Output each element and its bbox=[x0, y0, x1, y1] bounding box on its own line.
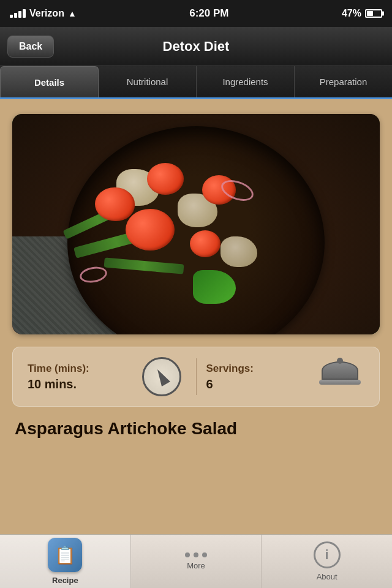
tab-more[interactable]: More bbox=[131, 535, 262, 588]
tab-preparation[interactable]: Preparation bbox=[295, 66, 392, 97]
tab-nutritional[interactable]: Nutritional bbox=[99, 66, 197, 97]
status-right: 47% bbox=[342, 8, 382, 19]
servings-value: 6 bbox=[206, 377, 316, 391]
about-icon: i bbox=[314, 541, 341, 568]
more-dots-icon bbox=[185, 552, 207, 557]
recipe-image bbox=[12, 114, 380, 334]
compass-icon-container bbox=[137, 357, 186, 396]
servings-label: Servings: bbox=[206, 363, 316, 375]
status-left: Verizon ▲ bbox=[10, 8, 77, 19]
back-button[interactable]: Back bbox=[7, 36, 54, 58]
time-cell: Time (mins): 10 mins. bbox=[28, 363, 137, 391]
cloche-dome-icon bbox=[322, 361, 358, 380]
recipe-image-container bbox=[12, 114, 380, 334]
nav-title: Detox Diet bbox=[163, 39, 230, 55]
compass-icon bbox=[142, 357, 181, 396]
cloche-handle-icon bbox=[337, 358, 343, 364]
info-row: Time (mins): 10 mins. Servings: 6 bbox=[12, 347, 380, 407]
wifi-icon: ▲ bbox=[68, 9, 77, 18]
tab-ingredients[interactable]: Ingredients bbox=[197, 66, 295, 97]
battery-icon bbox=[365, 9, 382, 18]
recipe-title: Asparagus Artichoke Salad bbox=[12, 419, 380, 439]
battery-percent: 47% bbox=[342, 8, 361, 19]
signal-bars bbox=[10, 9, 26, 18]
tab-recipe[interactable]: 📋 Recipe bbox=[0, 535, 131, 588]
status-bar: Verizon ▲ 6:20 PM 47% bbox=[0, 0, 392, 27]
cloche-plate-icon bbox=[319, 380, 361, 385]
tab-about[interactable]: i About bbox=[262, 535, 392, 588]
recipe-tab-icon: 📋 bbox=[48, 538, 82, 572]
top-tabs: Details Nutritional Ingredients Preparat… bbox=[0, 66, 392, 99]
status-time: 6:20 PM bbox=[189, 7, 228, 20]
time-label: Time (mins): bbox=[28, 363, 137, 375]
bottom-tab-bar: 📋 Recipe More i About bbox=[0, 534, 392, 588]
compass-needle-icon bbox=[153, 367, 170, 386]
serving-icon-container bbox=[315, 361, 364, 392]
time-value: 10 mins. bbox=[28, 377, 137, 391]
about-tab-label: About bbox=[317, 572, 337, 581]
carrier-label: Verizon bbox=[29, 8, 64, 19]
tab-details[interactable]: Details bbox=[0, 66, 99, 97]
more-tab-label: More bbox=[187, 561, 205, 570]
nav-bar: Back Detox Diet bbox=[0, 27, 392, 66]
cloche-icon bbox=[320, 361, 360, 392]
recipe-tab-label: Recipe bbox=[52, 576, 78, 585]
servings-cell: Servings: 6 bbox=[206, 363, 316, 391]
main-content: Time (mins): 10 mins. Servings: 6 Aspara… bbox=[0, 99, 392, 534]
divider bbox=[196, 358, 197, 395]
recipe-book-icon: 📋 bbox=[55, 545, 76, 565]
battery-fill bbox=[367, 11, 373, 16]
